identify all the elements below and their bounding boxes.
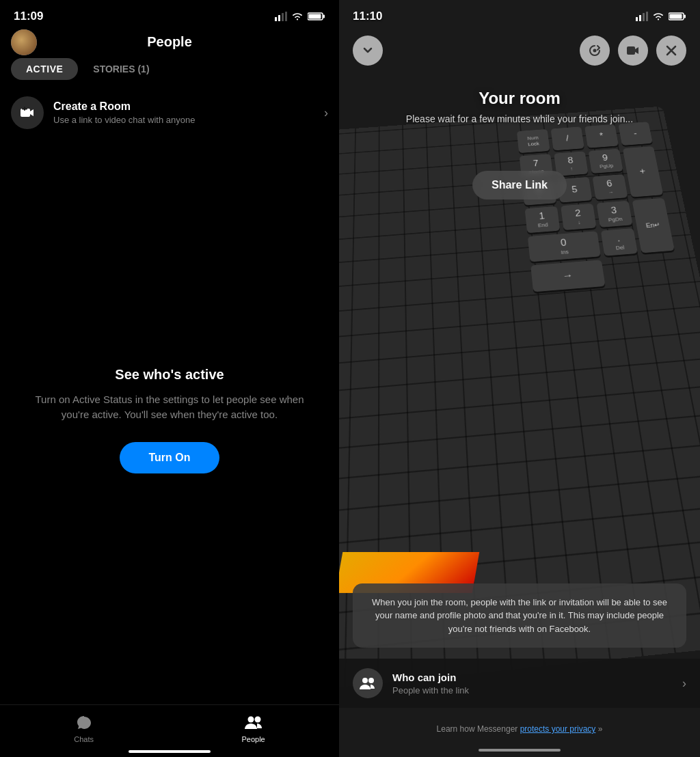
privacy-link-suffix: » bbox=[598, 724, 603, 734]
svg-rect-20 bbox=[627, 46, 635, 55]
chevron-right-icon: › bbox=[324, 106, 328, 120]
svg-point-21 bbox=[362, 678, 368, 683]
who-can-join-title: Who can join bbox=[392, 672, 682, 683]
svg-rect-17 bbox=[684, 15, 686, 18]
who-can-join-subtitle: People with the link bbox=[392, 685, 682, 696]
key-plus: + bbox=[623, 146, 663, 197]
flip-camera-icon bbox=[588, 44, 602, 57]
group-icon bbox=[359, 676, 377, 691]
share-link-button[interactable]: Share Link bbox=[472, 171, 567, 199]
bottom-nav-left: Chats People bbox=[0, 704, 339, 757]
video-button[interactable] bbox=[618, 36, 648, 66]
key-0: 0Ins bbox=[528, 231, 601, 262]
time-left: 11:09 bbox=[14, 10, 43, 23]
time-right: 11:10 bbox=[353, 10, 382, 23]
see-active-desc: Turn on Active Status in the settings to… bbox=[21, 392, 319, 423]
privacy-text: When you join the room, people with the … bbox=[366, 596, 673, 636]
key-arrow: → bbox=[530, 260, 605, 292]
key-6: 6→ bbox=[592, 174, 628, 200]
privacy-link-row: Learn how Messenger protects your privac… bbox=[339, 724, 700, 734]
key-numlock: NumLock bbox=[517, 129, 550, 153]
avatar-image bbox=[11, 29, 37, 55]
key-grid: NumLock / * - 7Home 8↑ 9PgUp + 4← 5 6→ 1… bbox=[517, 122, 681, 292]
chats-icon bbox=[75, 713, 94, 732]
home-indicator-right bbox=[479, 749, 561, 752]
avatar[interactable] bbox=[11, 29, 37, 55]
room-subtitle: Please wait for a few minutes while your… bbox=[339, 113, 700, 124]
who-can-join-row[interactable]: Who can join People with the link › bbox=[339, 659, 700, 708]
header-left: People bbox=[0, 29, 339, 58]
tab-active[interactable]: ACTIVE bbox=[11, 58, 78, 80]
svg-rect-9 bbox=[22, 109, 27, 110]
key-dot: .Del bbox=[601, 228, 638, 256]
svg-rect-0 bbox=[275, 17, 277, 21]
people-label: People bbox=[241, 735, 265, 743]
key-minus: - bbox=[618, 122, 652, 146]
svg-rect-1 bbox=[278, 15, 280, 21]
key-asterisk: * bbox=[584, 124, 619, 148]
status-bar-right: 11:10 bbox=[339, 0, 700, 29]
page-title: People bbox=[147, 34, 192, 50]
key-9: 9PgUp bbox=[589, 149, 623, 174]
privacy-notice: When you join the room, people with the … bbox=[353, 583, 686, 648]
who-icon bbox=[353, 668, 383, 698]
home-indicator-left bbox=[129, 750, 211, 753]
status-icons-left bbox=[275, 12, 325, 21]
wifi-icon bbox=[291, 12, 304, 21]
signal-icon-right bbox=[636, 12, 648, 21]
privacy-link-prefix: Learn how Messenger bbox=[437, 724, 520, 734]
flip-camera-button[interactable] bbox=[580, 36, 610, 66]
nav-people[interactable]: People bbox=[241, 713, 265, 743]
create-room-icon bbox=[11, 96, 44, 129]
battery-icon bbox=[308, 12, 325, 21]
who-text: Who can join People with the link bbox=[392, 672, 682, 696]
svg-point-11 bbox=[254, 717, 260, 723]
svg-rect-14 bbox=[643, 13, 645, 21]
svg-rect-18 bbox=[670, 14, 682, 19]
battery-icon-right bbox=[669, 12, 686, 21]
left-panel: 11:09 bbox=[0, 0, 339, 757]
svg-rect-3 bbox=[285, 12, 287, 21]
wifi-icon-right bbox=[652, 12, 664, 21]
see-active-title: See who's active bbox=[115, 367, 224, 383]
svg-rect-15 bbox=[646, 12, 648, 21]
room-title: Your room bbox=[339, 89, 700, 108]
svg-rect-2 bbox=[282, 13, 284, 21]
video-add-icon bbox=[19, 105, 36, 121]
who-chevron-icon: › bbox=[682, 676, 686, 691]
key-slash: / bbox=[551, 126, 584, 150]
tab-stories[interactable]: STORIES (1) bbox=[78, 58, 164, 80]
create-room-subtitle: Use a link to video chat with anyone bbox=[53, 115, 324, 125]
svg-rect-6 bbox=[309, 14, 321, 19]
right-panel: NumLock / * - 7Home 8↑ 9PgUp + 4← 5 6→ 1… bbox=[339, 0, 700, 757]
create-room-row[interactable]: Create a Room Use a link to video chat w… bbox=[0, 88, 339, 137]
svg-rect-5 bbox=[323, 15, 325, 18]
tabs-row: ACTIVE STORIES (1) bbox=[0, 58, 339, 80]
svg-point-19 bbox=[593, 49, 597, 53]
key-3: 3PgDn bbox=[596, 201, 632, 228]
close-button[interactable] bbox=[656, 36, 686, 66]
chats-label: Chats bbox=[74, 735, 94, 743]
key-enter: En↵ bbox=[632, 198, 675, 253]
nav-chats[interactable]: Chats bbox=[74, 713, 94, 743]
create-room-title: Create a Room bbox=[53, 100, 324, 113]
create-room-text: Create a Room Use a link to video chat w… bbox=[53, 100, 324, 125]
svg-point-22 bbox=[368, 678, 374, 683]
privacy-link[interactable]: protects your privacy bbox=[520, 724, 596, 734]
status-bar-left: 11:09 bbox=[0, 0, 339, 29]
svg-rect-13 bbox=[639, 15, 641, 21]
turn-on-button[interactable]: Turn On bbox=[120, 442, 219, 473]
top-controls bbox=[339, 36, 700, 66]
chevron-down-icon bbox=[362, 44, 374, 57]
key-1: 1End bbox=[525, 206, 561, 233]
key-2: 2↓ bbox=[561, 204, 596, 230]
people-icon bbox=[244, 713, 263, 732]
svg-rect-12 bbox=[636, 17, 638, 21]
svg-point-10 bbox=[247, 717, 254, 723]
video-icon bbox=[626, 45, 640, 56]
status-icons-right bbox=[636, 12, 686, 21]
control-right-group bbox=[580, 36, 686, 66]
chevron-down-button[interactable] bbox=[353, 36, 383, 66]
room-info: Your room Please wait for a few minutes … bbox=[339, 89, 700, 124]
signal-icon bbox=[275, 12, 287, 21]
